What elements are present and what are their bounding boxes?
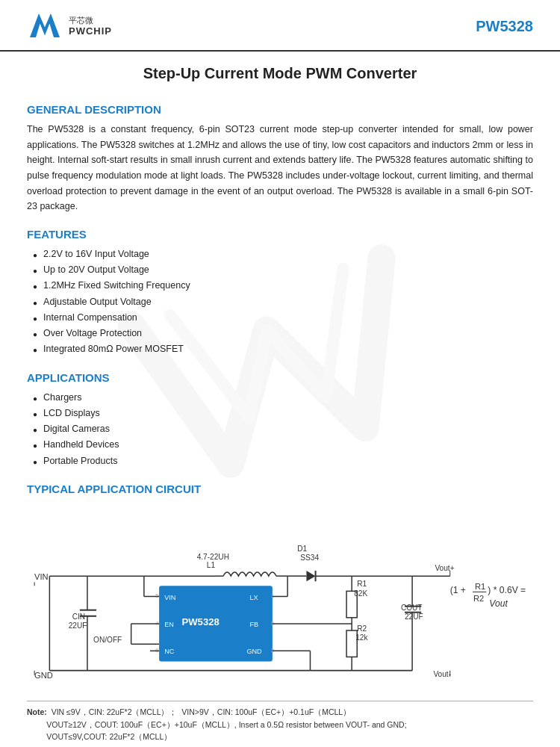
app-item-3: Digital Cameras [33, 421, 533, 437]
svg-text:Vout-: Vout- [433, 669, 451, 678]
svg-text:SS34: SS34 [300, 554, 319, 562]
svg-text:EN: EN [164, 621, 174, 628]
section-features-title: FEATURES [27, 228, 533, 241]
section-circuit-title: TYPICAL APPLICATION CIRCUIT [27, 483, 533, 495]
feature-item-2: Up to 20V Output Voltage [33, 262, 533, 278]
section-general-description-title: GENERAL DESCRIPTION [27, 103, 533, 116]
app-item-4: Handheld Devices [33, 437, 533, 453]
logo-text: 平芯微 PWCHIP [69, 15, 112, 38]
note-text: VIN ≤9V，CIN: 22uF*2（MCLL）； VIN>9V，CIN: 1… [27, 707, 407, 742]
svg-text:Vout+: Vout+ [435, 564, 454, 572]
svg-marker-0 [30, 13, 60, 37]
svg-text:4.7-22UH: 4.7-22UH [197, 553, 229, 561]
main-content: Step-Up Current Mode PWM Converter GENER… [0, 52, 560, 747]
feature-item-1: 2.2V to 16V Input Voltage [33, 247, 533, 262]
note-label: Note: [27, 707, 47, 716]
app-item-5: Portable Products [33, 453, 533, 469]
svg-text:VIN: VIN [164, 593, 175, 601]
svg-text:LX: LX [250, 593, 258, 601]
part-number: PW5328 [476, 18, 533, 35]
svg-text:22UF: 22UF [405, 613, 423, 621]
circuit-diagram: VIN GND CIN 22UF ON/OFF [27, 504, 533, 693]
svg-text:R2: R2 [473, 593, 484, 602]
svg-text:D1: D1 [297, 544, 307, 552]
svg-text:R1: R1 [475, 582, 485, 591]
logo-chinese: 平芯微 [69, 15, 112, 25]
section-applications-title: APPLICATIONS [27, 371, 533, 384]
feature-item-6: Over Voltage Protection [33, 326, 533, 341]
feature-item-3: 1.2MHz Fixed Switching Frequency [33, 278, 533, 294]
note-section: Note: VIN ≤9V，CIN: 22uF*2（MCLL）； VIN>9V，… [27, 701, 533, 743]
svg-text:VIN: VIN [34, 572, 49, 581]
svg-text:GND: GND [34, 670, 53, 679]
app-item-1: Chargers [33, 390, 533, 406]
feature-item-5: Internal Compensation [33, 310, 533, 326]
svg-text:COUT: COUT [401, 603, 423, 611]
doc-title: Step-Up Current Mode PWM Converter [27, 52, 533, 90]
logo-area: 平芯微 PWCHIP [27, 10, 112, 43]
svg-text:PW5328: PW5328 [181, 616, 219, 627]
logo-brand: PWCHIP [69, 25, 112, 38]
applications-list: Chargers LCD Displays Digital Cameras Ha… [33, 390, 533, 469]
circuit-svg: VIN GND CIN 22UF ON/OFF [27, 504, 533, 693]
feature-item-4: Adjustable Output Voltage [33, 294, 533, 310]
logo-icon [27, 10, 63, 43]
features-list: 2.2V to 16V Input Voltage Up to 20V Outp… [33, 247, 533, 358]
general-description-text: The PW5328 is a constant frequency, 6-pi… [27, 122, 533, 214]
svg-text:R2: R2 [357, 624, 367, 633]
svg-text:NC: NC [164, 648, 175, 655]
svg-text:GND: GND [246, 648, 262, 655]
svg-text:Vout: Vout [489, 598, 508, 608]
page-header: 平芯微 PWCHIP PW5328 [0, 0, 560, 52]
svg-rect-1 [27, 504, 533, 693]
app-item-2: LCD Displays [33, 406, 533, 421]
svg-text:(1 +: (1 + [450, 585, 466, 595]
svg-text:L1: L1 [207, 561, 216, 569]
svg-text:22UF: 22UF [69, 622, 87, 630]
svg-text:R1: R1 [357, 580, 367, 588]
svg-text:) * 0.6V =: ) * 0.6V = [488, 585, 526, 595]
svg-text:ON/OFF: ON/OFF [93, 636, 122, 644]
feature-item-7: Integrated 80mΩ Power MOSFET [33, 341, 533, 357]
svg-text:FB: FB [250, 621, 259, 628]
